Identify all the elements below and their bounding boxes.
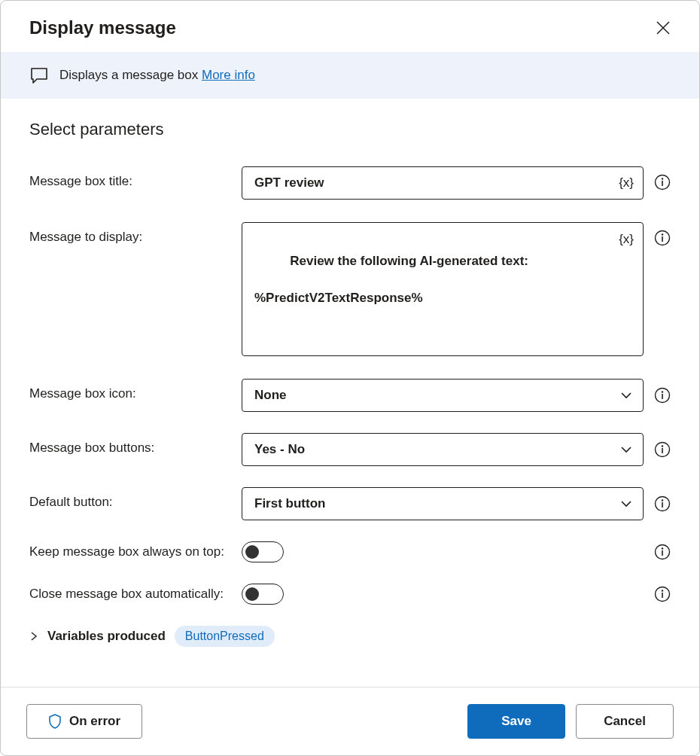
- dialog-body: Select parameters Message box title: GPT…: [1, 99, 699, 687]
- svg-point-4: [662, 233, 663, 235]
- svg-point-7: [662, 391, 663, 392]
- label-message-to-display: Message to display:: [29, 222, 242, 245]
- info-icon[interactable]: [654, 441, 671, 458]
- info-banner: Displays a message box More info: [1, 52, 699, 99]
- display-message-dialog: Display message Displays a message box M…: [0, 0, 700, 756]
- chevron-down-icon: [620, 444, 632, 456]
- row-message-box-buttons: Message box buttons: Yes - No: [29, 433, 671, 466]
- footer-actions: Save Cancel: [467, 704, 674, 739]
- svg-point-1: [662, 178, 663, 179]
- info-icon[interactable]: [654, 230, 671, 246]
- dialog-footer: On error Save Cancel: [1, 687, 699, 755]
- svg-rect-17: [662, 550, 663, 556]
- on-error-button[interactable]: On error: [26, 704, 142, 739]
- svg-rect-20: [662, 593, 663, 598]
- svg-point-10: [662, 445, 663, 447]
- variables-produced-label: Variables produced: [47, 629, 166, 644]
- dialog-title: Display message: [29, 17, 176, 38]
- svg-rect-8: [662, 394, 663, 399]
- save-button[interactable]: Save: [467, 704, 565, 739]
- input-message-to-display[interactable]: Review the following AI-generated text: …: [242, 222, 644, 356]
- svg-point-13: [662, 499, 663, 501]
- label-message-box-buttons: Message box buttons:: [29, 433, 242, 456]
- message-icon: [29, 66, 49, 85]
- chevron-down-icon: [620, 389, 632, 401]
- toggle-close-automatically[interactable]: [242, 584, 284, 605]
- svg-rect-5: [662, 236, 663, 242]
- info-icon[interactable]: [654, 544, 671, 560]
- variables-produced-row[interactable]: Variables produced ButtonPressed: [29, 626, 671, 647]
- info-icon[interactable]: [654, 387, 671, 404]
- input-message-box-title-value: GPT review: [254, 175, 324, 191]
- label-default-button: Default button:: [29, 487, 242, 510]
- svg-rect-11: [662, 448, 663, 453]
- variable-chip-buttonpressed[interactable]: ButtonPressed: [175, 626, 275, 647]
- info-icon[interactable]: [654, 586, 671, 602]
- select-message-box-icon[interactable]: None: [242, 379, 644, 412]
- label-close-automatically: Close message box automatically:: [29, 584, 242, 602]
- input-message-box-title[interactable]: GPT review {x}: [242, 166, 644, 200]
- more-info-link[interactable]: More info: [202, 68, 255, 82]
- row-close-automatically: Close message box automatically:: [29, 584, 671, 605]
- row-message-box-title: Message box title: GPT review {x}: [29, 166, 671, 200]
- label-message-box-icon: Message box icon:: [29, 379, 242, 401]
- info-icon[interactable]: [654, 495, 671, 512]
- svg-rect-2: [662, 181, 663, 186]
- svg-point-16: [662, 547, 663, 549]
- label-message-box-title: Message box title:: [29, 166, 242, 189]
- banner-text: Displays a message box More info: [59, 68, 255, 83]
- toggle-always-on-top[interactable]: [242, 541, 284, 562]
- dialog-header: Display message: [1, 1, 699, 52]
- label-always-on-top: Keep message box always on top:: [29, 541, 242, 559]
- toggle-knob: [245, 587, 259, 601]
- section-title: Select parameters: [29, 120, 671, 139]
- variable-picker-icon[interactable]: {x}: [619, 175, 634, 191]
- select-default-button-value: First button: [254, 496, 325, 511]
- on-error-label: On error: [69, 714, 120, 729]
- row-message-to-display: Message to display: Review the following…: [29, 222, 671, 356]
- select-message-box-buttons-value: Yes - No: [254, 442, 305, 457]
- close-icon: [656, 21, 670, 35]
- row-always-on-top: Keep message box always on top:: [29, 541, 671, 562]
- cancel-button[interactable]: Cancel: [576, 704, 674, 739]
- chevron-right-icon: [29, 632, 38, 641]
- close-button[interactable]: [653, 17, 674, 38]
- select-message-box-buttons[interactable]: Yes - No: [242, 433, 644, 466]
- svg-point-19: [662, 590, 663, 591]
- toggle-knob: [245, 545, 259, 559]
- variable-picker-icon[interactable]: {x}: [619, 230, 634, 249]
- row-message-box-icon: Message box icon: None: [29, 379, 671, 412]
- shield-icon: [48, 714, 62, 729]
- input-message-to-display-value: Review the following AI-generated text: …: [254, 254, 528, 305]
- row-default-button: Default button: First button: [29, 487, 671, 520]
- banner-description: Displays a message box: [59, 68, 202, 82]
- select-default-button[interactable]: First button: [242, 487, 644, 520]
- chevron-down-icon: [620, 498, 632, 510]
- select-message-box-icon-value: None: [254, 388, 287, 403]
- svg-rect-14: [662, 502, 663, 508]
- info-icon[interactable]: [654, 174, 671, 191]
